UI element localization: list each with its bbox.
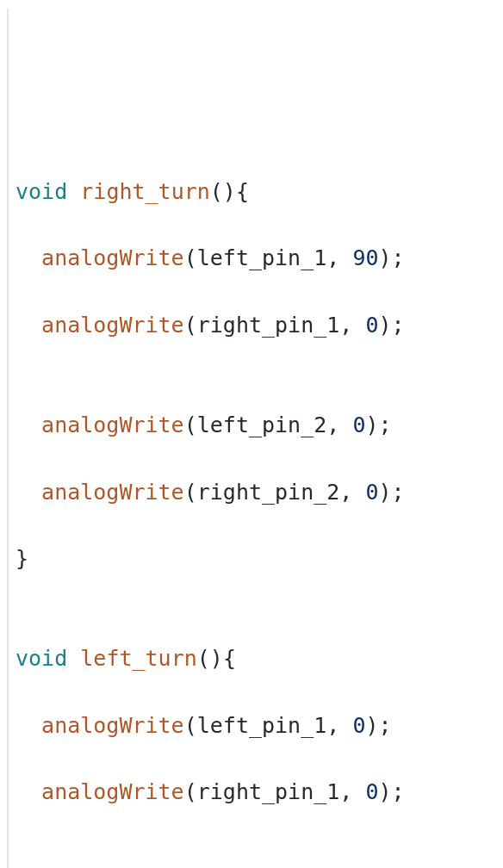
paren-close: ) — [365, 713, 378, 738]
paren-open: ( — [197, 646, 210, 671]
indent-space — [28, 412, 41, 437]
number-literal: 0 — [365, 313, 378, 338]
code-line: analogWrite(left_pin_2, 0); — [16, 409, 494, 443]
paren-close: ) — [379, 313, 392, 338]
call-name: analogWrite — [41, 412, 184, 437]
number-literal: 0 — [365, 779, 378, 804]
comma: , — [339, 313, 365, 338]
semicolon: ; — [379, 713, 392, 738]
call-name: analogWrite — [41, 713, 184, 738]
identifier: left_pin_1 — [197, 245, 327, 270]
function-name: left_turn — [80, 646, 196, 671]
paren-open: ( — [184, 313, 197, 338]
paren-close: ) — [210, 646, 223, 671]
paren-open: ( — [210, 179, 223, 204]
brace-open: { — [236, 179, 249, 204]
comma: , — [326, 245, 352, 270]
identifier: right_pin_2 — [197, 480, 340, 505]
comma: , — [326, 713, 352, 738]
semicolon: ; — [392, 313, 405, 338]
indent-space — [28, 713, 41, 738]
number-literal: 0 — [365, 480, 378, 505]
call-name: analogWrite — [41, 779, 184, 804]
paren-close: ) — [365, 412, 378, 437]
keyword-void: void — [16, 646, 67, 671]
comma: , — [339, 480, 365, 505]
code-line: analogWrite(right_pin_1, 0); — [16, 776, 494, 809]
code-line: void left_turn(){ — [16, 642, 494, 676]
semicolon: ; — [379, 412, 392, 437]
semicolon: ; — [392, 245, 405, 270]
indent-space — [28, 245, 41, 270]
paren-open: ( — [184, 779, 197, 804]
indent-space — [28, 779, 41, 804]
paren-open: ( — [184, 412, 197, 437]
comma: , — [339, 779, 365, 804]
code-line: } — [16, 542, 494, 576]
identifier: left_pin_2 — [197, 412, 327, 437]
code-line: void right_turn(){ — [16, 176, 494, 209]
gutter-line — [7, 9, 9, 868]
semicolon: ; — [392, 480, 405, 505]
space — [67, 646, 80, 671]
brace-close: } — [16, 546, 28, 571]
brace-open: { — [223, 646, 236, 671]
number-literal: 0 — [352, 412, 365, 437]
paren-close: ) — [378, 245, 391, 270]
paren-open: ( — [184, 713, 197, 738]
code-line: analogWrite(left_pin_1, 90); — [16, 242, 494, 276]
identifier: right_pin_1 — [197, 779, 340, 804]
indent-space — [28, 313, 41, 338]
call-name: analogWrite — [41, 245, 184, 270]
number-literal: 90 — [352, 245, 378, 270]
paren-close: ) — [223, 179, 236, 204]
code-line: analogWrite(right_pin_1, 0); — [16, 309, 494, 343]
call-name: analogWrite — [41, 313, 184, 338]
number-literal: 0 — [352, 713, 365, 738]
space — [67, 179, 80, 204]
identifier: left_pin_1 — [197, 713, 327, 738]
semicolon: ; — [392, 779, 405, 804]
code-line: analogWrite(left_pin_1, 0); — [16, 710, 494, 743]
paren-open: ( — [184, 245, 197, 270]
indent-space — [28, 480, 41, 505]
function-name: right_turn — [80, 179, 210, 204]
comma: , — [326, 412, 352, 437]
identifier: right_pin_1 — [197, 313, 340, 338]
keyword-void: void — [16, 179, 67, 204]
paren-open: ( — [184, 480, 197, 505]
code-line: analogWrite(right_pin_2, 0); — [16, 476, 494, 510]
paren-close: ) — [379, 480, 392, 505]
paren-close: ) — [379, 779, 392, 804]
code-block: void right_turn(){ analogWrite(left_pin_… — [16, 176, 494, 868]
call-name: analogWrite — [41, 480, 184, 505]
